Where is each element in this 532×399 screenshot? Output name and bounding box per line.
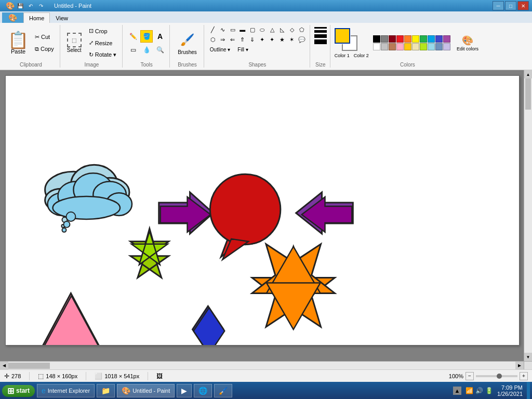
zoom-out-btn[interactable]: − (466, 372, 474, 380)
fill-btn[interactable]: 🪣 (140, 30, 153, 43)
maximize-btn[interactable]: □ (505, 1, 516, 10)
shape-ellipse[interactable]: ⬭ (258, 25, 267, 34)
color-swatch[interactable] (412, 43, 419, 50)
color-swatch[interactable] (381, 35, 388, 43)
scroll-track-v[interactable] (524, 78, 532, 353)
scroll-left-btn[interactable]: ◀ (0, 362, 8, 369)
edit-colors-btn[interactable]: 🎨 Edit colors (455, 34, 481, 52)
taskbar-media[interactable]: ▶ (177, 384, 192, 397)
color-swatch[interactable] (404, 43, 411, 50)
color1-box[interactable] (335, 28, 350, 44)
color-swatch[interactable] (412, 35, 419, 43)
color-swatch[interactable] (381, 43, 388, 50)
cut-btn[interactable]: ✂ Cut (32, 31, 57, 43)
shape-curve[interactable]: ∿ (218, 25, 228, 34)
shape-star4[interactable]: ✦ (268, 35, 277, 44)
size-4[interactable] (314, 39, 327, 44)
color-swatch[interactable] (420, 35, 427, 43)
canvas[interactable] (5, 75, 520, 345)
title-bar-controls: ─ □ ✕ (493, 1, 529, 10)
zoom-in-btn[interactable]: + (520, 372, 528, 380)
shape-rect[interactable]: ▭ (228, 25, 237, 34)
paste-btn[interactable]: 📋 Paste (5, 30, 31, 56)
tab-home[interactable]: Home (23, 12, 50, 23)
color-swatch[interactable] (373, 43, 380, 50)
color-swatch[interactable] (396, 35, 404, 43)
scroll-down-btn[interactable]: ▼ (524, 353, 532, 361)
color-swatch[interactable] (428, 35, 435, 43)
taskbar-paint[interactable]: 🎨 Untitled - Paint (117, 384, 175, 397)
scrollbar-horizontal[interactable]: ◀ ▶ (0, 362, 524, 369)
undo-btn[interactable]: ↶ (26, 1, 35, 10)
shape-triangle[interactable]: △ (268, 25, 277, 34)
scroll-thumb-v[interactable] (525, 78, 531, 110)
scroll-up-btn[interactable]: ▲ (524, 70, 532, 78)
size-1[interactable] (314, 27, 327, 29)
paint-menu-btn[interactable]: 🎨 (5, 1, 15, 10)
crop-label: Crop (95, 28, 108, 34)
shape-diamond[interactable]: ◇ (287, 25, 297, 34)
color-swatch[interactable] (373, 35, 380, 43)
brushes-btn[interactable]: 🖌️ Brushes (174, 29, 201, 57)
shape-pentagon[interactable]: ⬠ (297, 25, 307, 34)
size-3[interactable] (314, 34, 327, 38)
canvas-scroll-area[interactable] (0, 70, 524, 361)
color-swatch[interactable] (404, 35, 411, 43)
shape-rect2[interactable]: ▬ (238, 25, 247, 34)
show-desktop-btn[interactable] (527, 382, 530, 399)
color-swatch[interactable] (428, 43, 435, 50)
scroll-right-btn[interactable]: ▶ (515, 362, 524, 369)
shape-rounded-rect[interactable]: ▢ (248, 25, 257, 34)
select-tool-btn[interactable]: ⬚ Select (64, 31, 84, 55)
shape-star5[interactable]: ★ (277, 35, 287, 44)
shape-callout[interactable]: 💬 (297, 35, 307, 44)
shape-arrow-u[interactable]: ⇑ (238, 35, 247, 44)
outline-btn[interactable]: Outline ▾ (208, 46, 232, 53)
minimize-btn[interactable]: ─ (493, 1, 504, 10)
taskbar-extra[interactable]: 🖌️ (214, 384, 232, 397)
pencil-btn[interactable]: ✏️ (127, 30, 139, 43)
rotate-btn[interactable]: ↻ Rotate ▾ (86, 49, 119, 61)
taskbar-chrome[interactable]: 🌐 (194, 384, 212, 397)
text-btn[interactable]: A (154, 30, 166, 43)
size-2[interactable] (314, 30, 327, 33)
color-swatch[interactable] (420, 43, 427, 50)
close-btn[interactable]: ✕ (517, 1, 529, 10)
shape-arrow-r[interactable]: ⇒ (218, 35, 228, 44)
redo-btn[interactable]: ↷ (36, 1, 46, 10)
taskbar-ie[interactable]: e Internet Explorer (37, 384, 95, 397)
shape-arrow-d[interactable]: ⇓ (248, 35, 257, 44)
save-btn[interactable]: 💾 (16, 1, 25, 10)
eyedropper-btn[interactable]: 💧 (140, 44, 153, 56)
crop-btn[interactable]: ⊡ Crop (86, 25, 119, 37)
shape-arrow-l[interactable]: ⇐ (228, 35, 237, 44)
start-button[interactable]: ⊞ start (2, 385, 35, 397)
color-swatch[interactable] (443, 35, 450, 43)
color-swatch[interactable] (389, 35, 396, 43)
shape-right-triangle[interactable]: ◺ (277, 25, 287, 34)
color-swatch[interactable] (389, 43, 396, 50)
cursor-icon: ✛ (4, 373, 9, 380)
color-swatch[interactable] (435, 35, 443, 43)
scroll-track-h[interactable] (8, 362, 515, 369)
shape-hexagon[interactable]: ⬡ (208, 35, 218, 44)
shape-line[interactable]: ╱ (208, 25, 218, 34)
color-swatch[interactable] (396, 43, 404, 50)
scrollbar-vertical[interactable]: ▲ ▼ (524, 70, 532, 361)
file-tab[interactable]: 🎨 (2, 12, 23, 23)
fill-btn[interactable]: Fill ▾ (236, 46, 250, 53)
zoom-slider[interactable] (476, 375, 517, 377)
magnifier-btn[interactable]: 🔍 (154, 44, 166, 56)
color-swatch[interactable] (443, 43, 450, 50)
eraser-btn[interactable]: ▭ (127, 44, 139, 56)
scroll-thumb-h[interactable] (8, 363, 50, 369)
tab-view[interactable]: View (50, 12, 74, 23)
shape-star6[interactable]: ✶ (287, 35, 297, 44)
copy-btn[interactable]: ⧉ Copy (32, 43, 57, 55)
shape-4arrow[interactable]: ✦ (258, 35, 267, 44)
show-hidden-btn[interactable]: ▲ (453, 387, 461, 395)
resize-btn[interactable]: ⤢ Resize (86, 37, 119, 49)
colors-group: Color 1 Color 2 🎨 Edit colors Co (331, 25, 484, 68)
taskbar-folder[interactable]: 📁 (97, 384, 115, 397)
color-swatch[interactable] (435, 43, 443, 50)
